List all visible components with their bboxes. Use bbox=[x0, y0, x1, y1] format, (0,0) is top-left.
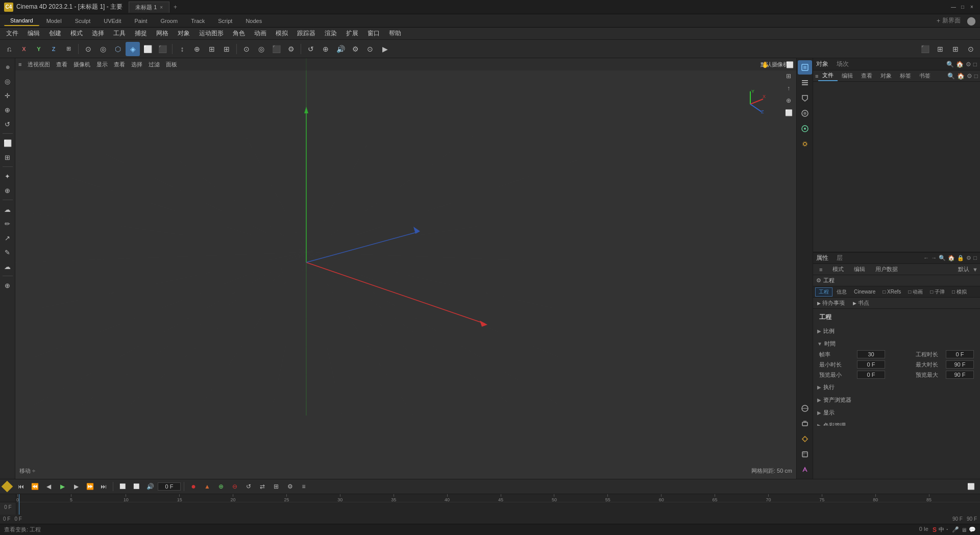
menu-render[interactable]: 渲染 bbox=[321, 28, 341, 39]
close-button[interactable]: × bbox=[968, 3, 976, 11]
left-btn-fill[interactable]: ☁ bbox=[1, 260, 14, 273]
menu-select[interactable]: 选择 bbox=[88, 28, 108, 39]
right-icon-settings[interactable] bbox=[798, 137, 812, 151]
right-icon-object[interactable] bbox=[798, 60, 812, 75]
menu-window[interactable]: 窗口 bbox=[363, 28, 384, 39]
toolbar-tool6[interactable]: ⬛ bbox=[155, 42, 169, 56]
right-icon-scene[interactable] bbox=[798, 121, 812, 136]
menu-track[interactable]: 跟踪器 bbox=[293, 28, 320, 39]
toolbar-poly-mode[interactable]: ⬡ bbox=[111, 42, 125, 56]
props-expand-icon[interactable]: ⚙ bbox=[966, 255, 971, 261]
menu-sim[interactable]: 模拟 bbox=[272, 28, 292, 39]
right-icon-link[interactable] bbox=[798, 401, 812, 416]
props-subtab-sim[interactable]: □ 模拟 bbox=[949, 288, 970, 296]
toolbar-anim5[interactable]: ⊙ bbox=[363, 42, 377, 56]
menu-char[interactable]: 角色 bbox=[229, 28, 249, 39]
props-subtab-cineware[interactable]: Cineware bbox=[851, 288, 878, 295]
right-icon-material[interactable] bbox=[798, 106, 812, 120]
main-tab[interactable]: 未标题 1 × bbox=[129, 2, 169, 13]
previewmax-input[interactable] bbox=[946, 371, 974, 379]
toolbar-x-axis[interactable]: X bbox=[17, 42, 31, 56]
tl-add-key[interactable]: ⊕ bbox=[215, 480, 227, 493]
ws-tab-paint[interactable]: Paint bbox=[128, 16, 153, 26]
toolbar-z-axis[interactable]: Z bbox=[46, 42, 61, 56]
toolbar-view4[interactable]: ⊙ bbox=[964, 42, 978, 56]
tl-audio[interactable]: 🔊 bbox=[144, 480, 156, 493]
dark-mode-toggle[interactable]: ⬤ bbox=[967, 16, 976, 26]
menu-anim[interactable]: 动画 bbox=[250, 28, 271, 39]
tl-del-key[interactable]: ⊖ bbox=[229, 480, 241, 493]
toolbar-undo[interactable]: ⎌ bbox=[2, 42, 16, 56]
tl-record-mode1[interactable]: ⬜ bbox=[116, 480, 129, 493]
proj-length-input[interactable] bbox=[946, 350, 974, 358]
viewport-menu-view[interactable]: 查看 bbox=[56, 61, 67, 68]
vp-right-icon-3[interactable]: ⊕ bbox=[783, 95, 794, 106]
toolbar-anim3[interactable]: 🔊 bbox=[333, 42, 348, 56]
tl-play[interactable]: ▶ bbox=[56, 480, 68, 493]
ws-tab-uvedit[interactable]: UVEdit bbox=[97, 16, 127, 26]
props-section-exec-header[interactable]: ▶ 执行 bbox=[815, 382, 978, 393]
tl-filter[interactable]: ≡ bbox=[298, 480, 310, 493]
props-tab-userdata[interactable]: 用户数据 bbox=[871, 264, 902, 274]
tl-autokey-red[interactable]: ● bbox=[187, 480, 200, 493]
tl-next-frame[interactable]: ▶ bbox=[70, 480, 82, 493]
props-section-display-header[interactable]: ▶ 显示 bbox=[815, 407, 978, 418]
props-subtab-bullet[interactable]: □ 子弹 bbox=[927, 288, 948, 296]
toolbar-anim4[interactable]: ⚙ bbox=[348, 42, 362, 56]
toolbar-obj-mode[interactable]: ◈ bbox=[126, 42, 140, 56]
left-btn-spline[interactable]: ⊕ bbox=[1, 279, 14, 292]
left-btn-lasso[interactable]: ◎ bbox=[1, 75, 14, 88]
toolbar-render3[interactable]: ⬛ bbox=[269, 42, 283, 56]
props-section-color-header[interactable]: ▶ 色彩管理 bbox=[815, 420, 978, 426]
left-btn-transform[interactable]: ⬜ bbox=[1, 136, 14, 150]
obj-home-icon[interactable]: 🏠 bbox=[956, 61, 964, 68]
minimize-button[interactable]: — bbox=[949, 3, 958, 11]
props-subtab-project[interactable]: 工程 bbox=[815, 287, 832, 297]
obj-tab-object[interactable]: 对象 bbox=[876, 71, 896, 81]
tl-settings[interactable]: ⚙ bbox=[284, 480, 296, 493]
obj-expand-icon[interactable]: □ bbox=[973, 61, 977, 68]
previewmin-input[interactable] bbox=[857, 371, 885, 379]
menu-object[interactable]: 对象 bbox=[174, 28, 194, 39]
obj-tab-bookmark[interactable]: 书签 bbox=[915, 71, 935, 81]
props-subtab-xrefs[interactable]: □ XRefs bbox=[879, 288, 904, 295]
props-max-icon[interactable]: □ bbox=[973, 255, 977, 261]
fps-input[interactable] bbox=[857, 350, 885, 358]
props-search-icon[interactable]: 🔍 bbox=[939, 255, 946, 261]
left-btn-scale[interactable]: ⊕ bbox=[1, 103, 14, 116]
viewport-menu-filter[interactable]: 过滤 bbox=[149, 61, 160, 68]
props-section-asset-header[interactable]: ▶ 资产浏览器 bbox=[815, 395, 978, 405]
obj-tab-file[interactable]: 文件 bbox=[818, 70, 838, 81]
left-btn-poly[interactable]: ✦ bbox=[1, 169, 14, 183]
vp-icon-camera[interactable]: ↑ bbox=[772, 59, 783, 70]
obj-search2-icon[interactable]: 🔍 bbox=[947, 72, 955, 80]
ws-tab-track[interactable]: Track bbox=[185, 16, 211, 26]
props-subtab-anim[interactable]: □ 动画 bbox=[905, 288, 926, 296]
menu-mograph[interactable]: 运动图形 bbox=[195, 28, 228, 39]
left-btn-select[interactable]: ⊕ bbox=[1, 60, 14, 74]
toolbar-snap4[interactable]: ⊞ bbox=[219, 42, 234, 56]
left-btn-anim[interactable]: ⊕ bbox=[1, 184, 14, 197]
props-fwd-icon[interactable]: → bbox=[931, 255, 937, 261]
ws-tab-script[interactable]: Script bbox=[212, 16, 238, 26]
props-submenu-bookmark[interactable]: ▶书点 bbox=[853, 299, 869, 307]
left-btn-erase[interactable]: ↗ bbox=[1, 231, 14, 245]
obj-settings2-icon[interactable]: ⚙ bbox=[967, 72, 972, 80]
vp-icon-maximize[interactable]: ⬜ bbox=[784, 59, 795, 70]
left-btn-paint[interactable]: ☁ bbox=[1, 203, 14, 216]
toolbar-anim1[interactable]: ↺ bbox=[304, 42, 318, 56]
toolbar-snap2[interactable]: ⊕ bbox=[190, 42, 204, 56]
viewport-menu-camera[interactable]: 摄像机 bbox=[74, 61, 90, 68]
viewport-menu-panel[interactable]: 面板 bbox=[166, 61, 177, 68]
left-btn-brush[interactable]: ✏ bbox=[1, 217, 14, 230]
menu-edit[interactable]: 编辑 bbox=[23, 28, 44, 39]
viewport-menu-icon[interactable]: ≡ bbox=[18, 61, 21, 67]
props-project-icon[interactable]: ⚙ bbox=[816, 277, 821, 284]
menu-help[interactable]: 帮助 bbox=[385, 28, 405, 39]
toolbar-view1[interactable]: ⬛ bbox=[918, 42, 932, 56]
menu-create[interactable]: 创建 bbox=[45, 28, 65, 39]
tl-snap[interactable]: ⊞ bbox=[270, 480, 282, 493]
right-icon-render[interactable] bbox=[798, 447, 812, 461]
props-tab-edit[interactable]: 编辑 bbox=[850, 264, 869, 274]
left-btn-rotate[interactable]: ↺ bbox=[1, 117, 14, 131]
